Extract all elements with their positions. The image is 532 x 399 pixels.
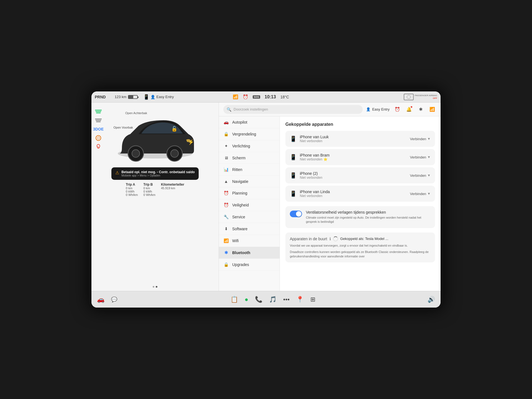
charge-status-icon[interactable]: 3DOE: [94, 126, 103, 132]
taskbar-right: 🔊: [393, 296, 435, 303]
wifi-label: Wifi: [232, 239, 239, 243]
software-icon: ⬇: [223, 226, 229, 231]
connect-label-bram: Verbinden: [410, 155, 426, 159]
scherm-icon: 🖥: [223, 155, 229, 160]
more-taskbar-icon[interactable]: •••: [283, 296, 290, 303]
fan-speed-toggle[interactable]: [290, 211, 302, 217]
alarm-header-icon[interactable]: ⏰: [393, 106, 401, 113]
battery-fill: [129, 96, 133, 98]
connect-btn-bram[interactable]: Verbinden ▼: [410, 155, 431, 159]
device-status-luuk: Niet verbonden: [300, 139, 407, 143]
device-card-iphone2: 📱 iPhone (2) Niet verbonden Verbinden ▼: [285, 167, 435, 183]
phone-taskbar-icon[interactable]: 📞: [255, 296, 262, 303]
alert-main-text: Betaald opl. niet mog. - Contr. onbetaal…: [121, 170, 195, 174]
scanning-spinner: [333, 236, 338, 241]
airbag-icon: [404, 94, 414, 100]
sidebar-item-bluetooth[interactable]: ✱ Bluetooth: [219, 247, 280, 259]
toggle-title: Ventilatorsnelheid verlagen tijdens gesp…: [306, 210, 431, 214]
svg-line-8: [98, 147, 99, 148]
connect-btn-iphone2[interactable]: Verbinden ▼: [410, 173, 431, 178]
car-taskbar-icon[interactable]: 🚗: [97, 296, 104, 303]
open-achterbak-label[interactable]: Open Achterbak: [125, 111, 147, 115]
sidebar-item-ritten[interactable]: 📊 Ritten: [219, 164, 280, 176]
sidebar-item-navigatie[interactable]: ▲ Navigatie: [219, 176, 280, 187]
sidebar-item-vergrendeling[interactable]: 🔒 Vergrendeling: [219, 128, 280, 140]
sidebar-item-service[interactable]: 🔧 Service: [219, 211, 280, 223]
kilometerteller-value: 45.919 km: [161, 186, 184, 190]
car-svg: ⚡: [114, 115, 197, 165]
scherm-label: Scherm: [232, 156, 245, 160]
trip-b-kwh: 0 kWh: [143, 190, 155, 193]
device-card-luuk: 📱 iPhone van Luuk Niet verbonden Verbind…: [285, 131, 435, 147]
navigatie-label: Navigatie: [232, 179, 248, 184]
connect-btn-linda[interactable]: Verbinden ▼: [410, 192, 431, 196]
menu-taskbar-icon[interactable]: 📋: [231, 296, 238, 303]
model-name: Gekoppeld als: Tesla Model ...: [340, 237, 388, 241]
autopilot-menu-icon: 🚗: [223, 120, 229, 125]
svg-rect-4: [96, 120, 101, 121]
autopilot-label: Autopilot: [232, 120, 247, 124]
ritten-icon: 📊: [223, 167, 229, 172]
svg-rect-1: [96, 111, 101, 112]
upgrades-icon: 🔒: [223, 262, 229, 267]
vergrendeling-label: Vergrendeling: [232, 132, 256, 136]
toggle-desc: Climate control moet zijn ingesteld op A…: [306, 216, 431, 224]
settings-header: 🔍 Doorzoek instellingen 👤 Easy Entry ⏰ 🔔…: [219, 103, 441, 116]
sidebar-item-veiligheid[interactable]: ⏰ Veiligheid: [219, 199, 280, 211]
device-card-linda: 📱 iPhone van Linda Niet verbonden Verbin…: [285, 186, 435, 202]
section-title: Gekoppelde apparaten: [285, 122, 435, 127]
verlichting-icon: ✦: [223, 144, 229, 149]
ritten-label: Ritten: [232, 167, 242, 172]
info-icon: ℹ: [329, 237, 331, 241]
apps-taskbar-icon[interactable]: ⊞: [310, 296, 315, 303]
bluetooth-header-icon[interactable]: ✱: [417, 106, 424, 113]
sidebar-item-verlichting[interactable]: ✦ Verlichting: [219, 140, 280, 152]
sidebar-item-upgrades[interactable]: 🔒 Upgrades: [219, 259, 280, 271]
seatbelt-icon[interactable]: [94, 144, 103, 150]
vergrendeling-icon: 🔒: [223, 132, 229, 137]
phone-icon-iphone2: 📱: [290, 172, 296, 179]
sidebar-item-autopilot[interactable]: 🚗 Autopilot: [219, 116, 280, 128]
kilometerteller: Kilometerteller 45.919 km: [161, 183, 184, 196]
tire-icon[interactable]: [94, 135, 103, 141]
sidebar-item-planning[interactable]: ⏰ Planning: [219, 187, 280, 199]
phone-icon-linda: 📱: [290, 190, 296, 197]
chevron-luuk: ▼: [427, 137, 431, 141]
chevron-iphone2: ▼: [427, 173, 431, 177]
distance-display: 123 km: [115, 95, 127, 99]
volume-taskbar-icon[interactable]: 🔊: [428, 296, 435, 303]
sidebar-item-wifi[interactable]: 📶 Wifi: [219, 235, 280, 247]
connect-label-luuk: Verbinden: [410, 137, 426, 141]
open-voorbak-label[interactable]: Open Voorbak: [114, 126, 133, 129]
notification-icon[interactable]: 🔔: [405, 106, 413, 113]
taskbar: 🚗 💬 📋 ● 📞 🎵 ••• 📍 ⊞ 🔊: [91, 291, 441, 308]
taskbar-center: 📋 ● 📞 🎵 ••• 📍 ⊞: [152, 296, 393, 303]
chat-taskbar-icon[interactable]: 💬: [111, 296, 117, 303]
header-profile[interactable]: 👤 Easy Entry: [366, 107, 390, 111]
trip-b-whkm: 0 Wh/km: [143, 193, 155, 196]
alert-icon: ⚠: [115, 170, 119, 175]
upgrades-label: Upgrades: [232, 262, 249, 267]
service-label: Service: [232, 215, 245, 219]
alarm-status-icon: ⏰: [243, 94, 248, 99]
spotify-taskbar-icon[interactable]: ●: [245, 296, 248, 303]
veiligheid-label: Veiligheid: [232, 203, 249, 207]
device-name-iphone2: iPhone (2): [300, 171, 407, 176]
trip-a-whkm: 0 Wh/km: [126, 193, 138, 196]
chevron-linda: ▼: [427, 192, 431, 196]
autopilot-icon[interactable]: [94, 108, 103, 115]
svg-rect-5: [96, 121, 101, 122]
nearby-header: Apparaten in de buurt ℹ Gekoppeld als: T…: [290, 236, 431, 241]
connect-btn-luuk[interactable]: Verbinden ▼: [410, 137, 431, 141]
music-taskbar-icon[interactable]: 🎵: [269, 296, 277, 303]
sidebar-item-software[interactable]: ⬇ Software: [219, 223, 280, 235]
status-bar: PRND 123 km 📱 👤 Easy Entry 📶 ⏰ SOS 10:13…: [91, 91, 441, 103]
wifi-header-icon[interactable]: 📶: [428, 106, 436, 113]
speed-icon[interactable]: [94, 117, 103, 124]
nearby-section: Apparaten in de buurt ℹ Gekoppeld als: T…: [285, 232, 435, 262]
maps-taskbar-icon[interactable]: 📍: [296, 296, 304, 303]
sidebar-item-scherm[interactable]: 🖥 Scherm: [219, 152, 280, 164]
svg-point-11: [132, 150, 140, 157]
search-box[interactable]: 🔍 Doorzoek instellingen: [223, 105, 363, 114]
svg-rect-3: [95, 119, 102, 119]
